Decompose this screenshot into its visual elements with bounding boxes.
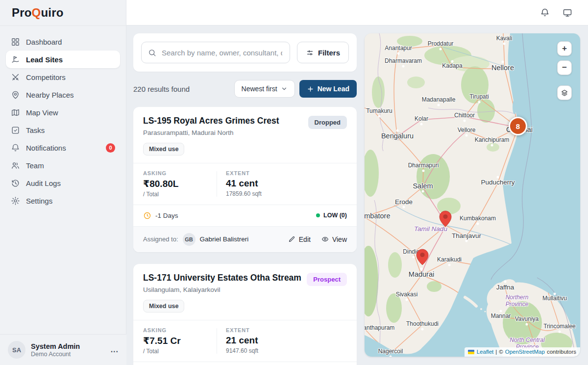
map-pin-marker[interactable]: [416, 249, 429, 265]
sidebar-item-audit-logs[interactable]: Audit Logs: [6, 174, 120, 192]
zoom-out-button[interactable]: −: [557, 60, 572, 75]
notification-badge: 0: [106, 143, 115, 153]
assigned-label: Assigned to:: [143, 235, 178, 243]
sort-dropdown[interactable]: Newest first: [234, 80, 295, 98]
user-subtitle: Demo Account: [31, 351, 80, 358]
bell-icon: [11, 143, 20, 153]
map-cluster-marker[interactable]: 8: [509, 117, 527, 135]
search-panel: Filters: [133, 33, 357, 72]
layers-icon: [561, 89, 568, 97]
sidebar-item-team[interactable]: Team: [6, 156, 120, 174]
map-pin-marker[interactable]: [439, 210, 452, 227]
new-lead-label: New Lead: [318, 85, 349, 93]
lead-card-head-left: LS-195 Royal Acres Grimes Crest Parasura…: [143, 116, 279, 156]
lead-card[interactable]: LS-195 Royal Acres Grimes Crest Parasura…: [133, 107, 357, 252]
asking-sub: / Total: [143, 348, 217, 355]
logo-text-post: uiro: [41, 6, 63, 19]
asking-sub: / Total: [143, 191, 217, 198]
bell-icon[interactable]: [540, 8, 550, 18]
sidebar-user: SA System Admin Demo Account ...: [0, 334, 126, 365]
lead-card-header: LS-195 Royal Acres Grimes Crest Parasura…: [133, 107, 357, 163]
lead-metrics: ASKING ₹80.80L / Total EXTENT 41 cent 17…: [133, 163, 357, 205]
results-count: 220 results found: [133, 85, 190, 93]
status-badge: Dropped: [308, 116, 347, 129]
logo-q-accent: Q: [32, 6, 41, 19]
filters-button[interactable]: Filters: [297, 42, 349, 63]
lead-status-row: -1 Days LOW (0): [133, 205, 357, 226]
sidebar-item-label: Notifications: [26, 144, 66, 152]
sidebar-item-label: Tasks: [26, 126, 45, 134]
search-input-wrapper: [141, 42, 290, 63]
sidebar-item-nearby-places[interactable]: Nearby Places: [6, 86, 120, 104]
sort-label: Newest first: [242, 85, 277, 93]
results-toolbar: 220 results found Newest first New Lead: [133, 80, 357, 98]
sidebar-item-label: Lead Sites: [26, 55, 63, 64]
sidebar-item-notifications[interactable]: Notifications0: [6, 139, 120, 156]
sidebar-item-dashboard[interactable]: Dashboard: [6, 33, 120, 51]
asking-label: ASKING: [143, 327, 217, 333]
map-panel[interactable]: AnantapurProddaturKavaliDharmavaramKadap…: [365, 33, 580, 357]
sidebar-item-tasks[interactable]: Tasks: [6, 121, 120, 139]
pencil-icon: [288, 235, 295, 243]
lead-tag-chip: Mixed use: [143, 143, 184, 156]
app-window: ProQuiro DashboardLead SitesCompetitorsN…: [0, 0, 588, 365]
plus-icon: [307, 85, 314, 93]
asking-metric: ASKING ₹7.51 Cr / Total: [143, 327, 217, 355]
asking-metric: ASKING ₹80.80L / Total: [143, 170, 217, 198]
extent-value: 41 cent: [226, 178, 262, 189]
new-lead-button[interactable]: New Lead: [299, 80, 357, 98]
priority-indicator: LOW (0): [316, 212, 347, 219]
sidebar-item-lead-sites[interactable]: Lead Sites: [6, 51, 120, 68]
users-icon: [11, 161, 20, 170]
user-menu-button[interactable]: ...: [111, 345, 119, 354]
user-avatar: SA: [8, 341, 25, 359]
history-icon: [11, 179, 20, 188]
lead-card[interactable]: LS-171 University Estates Otha Stream Us…: [133, 264, 357, 365]
assignee-avatar: GB: [183, 233, 196, 246]
sidebar-item-competitors[interactable]: Competitors: [6, 68, 120, 86]
search-icon: [148, 49, 156, 57]
lead-card-footer: Assigned to: GB Gabriel Balistreri Edit …: [133, 226, 357, 252]
app-logo: ProQuiro: [0, 0, 126, 26]
chevron-down-icon: [281, 85, 288, 92]
assigned-to: Assigned to: GB Gabriel Balistreri: [143, 233, 248, 246]
map-attribution: Leaflet | © OpenStreetMap contributors: [465, 347, 580, 357]
days-text: -1 Days: [155, 212, 178, 219]
monitor-icon[interactable]: [563, 8, 572, 18]
gear-icon: [11, 196, 20, 206]
search-input[interactable]: [161, 48, 283, 57]
map-controls: + −: [557, 41, 572, 100]
sidebar: ProQuiro DashboardLead SitesCompetitorsN…: [0, 0, 126, 365]
lead-metrics: ASKING ₹7.51 Cr / Total EXTENT 21 cent 9…: [133, 320, 357, 362]
map-markers-layer: 8: [365, 33, 580, 357]
osm-link[interactable]: OpenStreetMap: [505, 349, 545, 355]
zoom-in-button[interactable]: +: [557, 41, 572, 56]
sidebar-item-label: Dashboard: [26, 38, 62, 46]
priority-dot: [316, 213, 320, 217]
sidebar-item-label: Team: [26, 161, 44, 170]
task-check-icon: [11, 126, 20, 135]
dashboard-grid-icon: [11, 37, 20, 47]
view-label: View: [332, 235, 347, 243]
sidebar-item-map-view[interactable]: Map View: [6, 104, 120, 121]
sidebar-nav: DashboardLead SitesCompetitorsNearby Pla…: [0, 26, 126, 216]
view-button[interactable]: View: [321, 235, 347, 243]
lead-actions: Edit View: [288, 235, 347, 243]
sliders-icon: [306, 49, 314, 57]
main-content: Filters 220 results found Newest first N…: [126, 26, 588, 365]
leaflet-link[interactable]: Leaflet: [477, 349, 494, 355]
sidebar-item-settings[interactable]: Settings: [6, 192, 120, 209]
metric-divider: [217, 171, 217, 197]
extent-label: EXTENT: [226, 327, 258, 333]
map-pin-icon: [11, 90, 20, 100]
asking-label: ASKING: [143, 170, 217, 176]
days-indicator: -1 Days: [143, 211, 178, 220]
copyright-symbol: ©: [499, 349, 503, 355]
clock-icon: [143, 211, 151, 220]
layers-button[interactable]: [557, 85, 572, 100]
extent-label: EXTENT: [226, 170, 262, 176]
extent-metric: EXTENT 41 cent 17859.60 sqft: [226, 170, 262, 198]
lead-card-header: LS-171 University Estates Otha Stream Us…: [133, 264, 357, 320]
extent-metric: EXTENT 21 cent 9147.60 sqft: [226, 327, 258, 355]
edit-button[interactable]: Edit: [288, 235, 311, 243]
